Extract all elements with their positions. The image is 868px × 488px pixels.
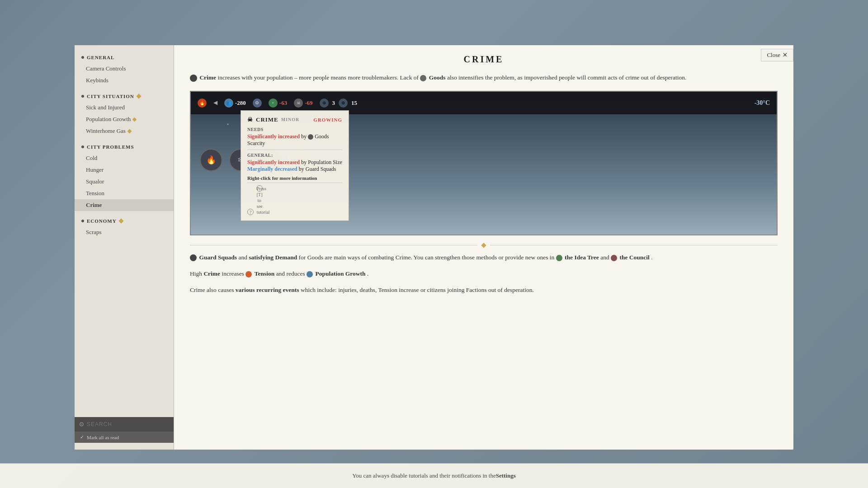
period2: . xyxy=(367,270,368,277)
page-title: CRIME xyxy=(190,54,778,65)
needs-line1: Significantly increased by Goods Scarcit… xyxy=(247,133,342,147)
gen-by-popsize: by Population Size xyxy=(301,159,342,165)
sidebar-section-economy: ECONOMY Scraps xyxy=(75,216,174,238)
idea-tree-bold: the Idea Tree xyxy=(565,254,599,261)
sidebar-item-label: Cold xyxy=(86,155,97,162)
sidebar-item-crime[interactable]: Crime xyxy=(75,199,174,211)
pop-growth-bold: Population Growth xyxy=(315,270,365,277)
popup-divider xyxy=(247,150,342,150)
sidebar-item-keybinds[interactable]: Keybinds xyxy=(75,75,174,86)
sidebar-section-general: GENERAL Camera Controls Keybinds xyxy=(75,52,174,86)
needs-increased-label: Significantly increased xyxy=(247,133,300,140)
sidebar-item-camera-controls[interactable]: Camera Controls xyxy=(75,63,174,75)
hud-item4: ☠ -69 xyxy=(294,99,312,108)
hud-icon2: ⚙ xyxy=(253,99,262,108)
main-layout: GENERAL Camera Controls Keybinds CITY SI… xyxy=(75,45,793,450)
divider-diamond-icon xyxy=(481,243,486,248)
snow-particle xyxy=(227,123,229,125)
sidebar-item-label: Sick and Injured xyxy=(86,104,125,111)
hud-arrow-icon: ◀ xyxy=(213,99,217,106)
sidebar-item-population-growth[interactable]: Population Growth xyxy=(75,113,174,125)
sidebar-header-city-problems: CITY PROBLEMS xyxy=(75,141,174,152)
content-area: CRIME Crime increases with your populati… xyxy=(174,45,793,450)
period: . xyxy=(651,254,652,261)
hud-right-icons: ⊛ 3 ⊛ 15 xyxy=(320,99,358,108)
bullet-icon xyxy=(81,56,84,59)
mark-all-read-label: Mark all as read xyxy=(87,435,119,440)
sidebar-header-general: GENERAL xyxy=(75,52,174,63)
hud-arrow-item: ◀ xyxy=(213,99,217,106)
hud-right-icon1: ⊛ xyxy=(320,99,329,108)
crime-growing-label: GROWING xyxy=(313,117,342,122)
council-icon xyxy=(611,255,617,261)
sidebar-section-city-problems: CITY PROBLEMS Cold Hunger Squalor Tensio… xyxy=(75,141,174,211)
satisfying-demand-bold: satisfying Demand xyxy=(249,254,297,261)
sidebar: GENERAL Camera Controls Keybinds CITY SI… xyxy=(75,45,174,450)
sidebar-item-label: Winterhome Gas xyxy=(86,127,126,135)
guard-squads-para: Guard Squads and satisfying Demand for G… xyxy=(190,253,778,263)
diamond-icon xyxy=(136,94,141,99)
search-input[interactable] xyxy=(87,421,169,427)
guard-para-text: for Goods are main ways of combating Cri… xyxy=(299,254,556,261)
footer-settings-link[interactable]: Settings xyxy=(496,472,516,479)
sidebar-item-label: Squalor xyxy=(86,178,104,185)
needs-by-text: by xyxy=(301,133,308,140)
screenshot-frame: 🔥 ◀ 👥 -280 ⚙ + -63 xyxy=(190,91,778,235)
sidebar-item-scraps[interactable]: Scraps xyxy=(75,226,174,238)
sidebar-label-general: GENERAL xyxy=(87,55,114,60)
sidebar-item-squalor[interactable]: Squalor xyxy=(75,176,174,188)
sidebar-item-label: Camera Controls xyxy=(86,65,126,72)
close-label: Close xyxy=(767,52,780,59)
question-icon: ? xyxy=(247,209,254,215)
sidebar-label-city-situation: CITY SITUATION xyxy=(87,94,134,99)
hud-temperature: -30°C xyxy=(755,99,770,107)
intro-description: Crime increases with your population – m… xyxy=(190,73,778,83)
crime-events-text2: which include: injuries, deaths, Tension… xyxy=(301,286,534,293)
close-button[interactable]: Close ✕ xyxy=(761,49,793,61)
bullet-icon xyxy=(81,145,84,148)
hud-item3: + -63 xyxy=(269,99,287,108)
crime-badge-label: MINOR xyxy=(281,117,300,122)
tension-bold: Tension xyxy=(255,270,275,277)
hud-value2: -63 xyxy=(279,99,287,107)
sidebar-item-label: Keybinds xyxy=(86,77,108,84)
crime-events-text1: Crime also causes xyxy=(190,286,236,293)
sidebar-item-label: Scraps xyxy=(86,229,102,236)
hud-population-icon: 👥 xyxy=(224,99,233,108)
gen-by-guards: by Guard Squads xyxy=(299,166,336,172)
guard-icon-small xyxy=(190,254,197,261)
sidebar-label-city-problems: CITY PROBLEMS xyxy=(87,144,134,150)
goods-icon-small xyxy=(308,134,313,140)
sidebar-item-cold[interactable]: Cold xyxy=(75,152,174,164)
search-bar: ⊙ xyxy=(75,417,174,432)
high-text: High xyxy=(190,270,203,277)
crime-title-label: CRIME xyxy=(256,116,278,123)
mark-all-read-button[interactable]: ✓ Mark all as read xyxy=(75,432,174,443)
hud-skull-icon: ☠ xyxy=(294,99,303,108)
sidebar-item-tension[interactable]: Tension xyxy=(75,188,174,199)
hud-item2: ⚙ xyxy=(253,99,262,108)
diamond-icon xyxy=(118,218,123,223)
crime-popup-title: ☠ CRIME MINOR xyxy=(247,116,299,123)
hud-circle-btn-1[interactable]: 🔥 xyxy=(200,149,222,171)
item-diamond-icon xyxy=(127,129,132,133)
crime-popup-header: ☠ CRIME MINOR GROWING xyxy=(247,116,342,123)
council-bold: the Council xyxy=(619,254,649,261)
sidebar-item-winterhome-gas[interactable]: Winterhome Gas xyxy=(75,125,174,137)
sidebar-label-economy: ECONOMY xyxy=(87,218,117,224)
reduces-text: and reduces xyxy=(276,270,307,277)
search-icon: ⊙ xyxy=(79,421,84,428)
intro-text2: also intensifies the problem, as impover… xyxy=(447,74,686,81)
general-section-label: GENERAL: xyxy=(247,153,342,158)
crime-icon-inline xyxy=(190,75,197,82)
goods-icon-inline xyxy=(420,75,426,81)
tension-icon-inline xyxy=(245,271,252,277)
sidebar-section-city-situation: CITY SITUATION Sick and Injured Populati… xyxy=(75,91,174,137)
sidebar-item-sick-injured[interactable]: Sick and Injured xyxy=(75,102,174,113)
close-icon: ✕ xyxy=(783,52,788,59)
sidebar-item-hunger[interactable]: Hunger xyxy=(75,164,174,176)
goods-bold-label: Goods xyxy=(429,74,446,81)
hud-right-icon2: ⊛ xyxy=(339,99,348,108)
hud-fire-item: 🔥 xyxy=(198,99,207,108)
intro-text: increases with your population – more pe… xyxy=(217,74,420,81)
